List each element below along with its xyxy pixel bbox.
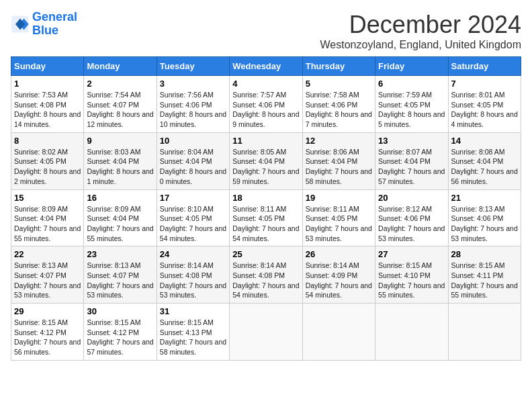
daylight-label: Daylight: 7 hours and 54 minutes. bbox=[232, 281, 299, 300]
day-number: 15 bbox=[14, 193, 81, 203]
logo-text: General Blue bbox=[32, 11, 77, 38]
day-number: 2 bbox=[87, 79, 153, 89]
sunrise-label: Sunrise: 8:15 AM bbox=[87, 318, 140, 326]
calendar-table: Sunday Monday Tuesday Wednesday Thursday… bbox=[11, 56, 521, 361]
day-number: 9 bbox=[87, 136, 153, 146]
day-info: Sunrise: 7:53 AM Sunset: 4:08 PM Dayligh… bbox=[14, 90, 81, 130]
sunrise-label: Sunrise: 8:15 AM bbox=[14, 318, 68, 326]
calendar-cell: 8 Sunrise: 8:02 AM Sunset: 4:05 PM Dayli… bbox=[11, 132, 84, 189]
day-info: Sunrise: 8:02 AM Sunset: 4:05 PM Dayligh… bbox=[14, 147, 81, 187]
daylight-label: Daylight: 7 hours and 57 minutes. bbox=[378, 167, 445, 185]
sunrise-label: Sunrise: 8:13 AM bbox=[451, 205, 505, 213]
day-number: 24 bbox=[160, 249, 226, 259]
day-number: 21 bbox=[451, 193, 518, 203]
daylight-label: Daylight: 7 hours and 55 minutes. bbox=[14, 224, 81, 242]
calendar-cell bbox=[302, 304, 375, 361]
day-info: Sunrise: 8:14 AM Sunset: 4:08 PM Dayligh… bbox=[160, 261, 226, 300]
day-info: Sunrise: 8:08 AM Sunset: 4:04 PM Dayligh… bbox=[451, 147, 518, 187]
daylight-label: Daylight: 8 hours and 7 minutes. bbox=[306, 110, 372, 128]
sunset-label: Sunset: 4:05 PM bbox=[306, 214, 358, 222]
daylight-label: Daylight: 7 hours and 55 minutes. bbox=[87, 224, 153, 242]
sunrise-label: Sunrise: 8:09 AM bbox=[14, 205, 68, 213]
sunset-label: Sunset: 4:11 PM bbox=[451, 271, 504, 279]
calendar-cell: 4 Sunrise: 7:57 AM Sunset: 4:06 PM Dayli… bbox=[230, 76, 302, 133]
calendar-week-row-1: 1 Sunrise: 7:53 AM Sunset: 4:08 PM Dayli… bbox=[11, 76, 521, 133]
day-number: 4 bbox=[232, 79, 299, 89]
sunset-label: Sunset: 4:05 PM bbox=[378, 101, 431, 109]
day-info: Sunrise: 8:15 AM Sunset: 4:10 PM Dayligh… bbox=[378, 261, 445, 300]
calendar-cell: 31 Sunrise: 8:15 AM Sunset: 4:13 PM Dayl… bbox=[157, 304, 229, 361]
day-info: Sunrise: 8:10 AM Sunset: 4:05 PM Dayligh… bbox=[160, 204, 226, 244]
header: General Blue December 2024 Westonzoyland… bbox=[11, 11, 521, 51]
col-sunday: Sunday bbox=[11, 57, 84, 76]
calendar-cell: 5 Sunrise: 7:58 AM Sunset: 4:06 PM Dayli… bbox=[302, 76, 375, 133]
day-number: 30 bbox=[87, 306, 153, 316]
day-number: 23 bbox=[87, 249, 153, 259]
col-monday: Monday bbox=[84, 57, 157, 76]
sunrise-label: Sunrise: 7:58 AM bbox=[306, 91, 359, 99]
sunset-label: Sunset: 4:09 PM bbox=[306, 271, 358, 279]
day-info: Sunrise: 8:13 AM Sunset: 4:07 PM Dayligh… bbox=[87, 261, 153, 300]
sunset-label: Sunset: 4:07 PM bbox=[87, 271, 139, 279]
sunset-label: Sunset: 4:08 PM bbox=[160, 271, 212, 279]
day-info: Sunrise: 8:13 AM Sunset: 4:07 PM Dayligh… bbox=[14, 261, 81, 300]
daylight-label: Daylight: 8 hours and 12 minutes. bbox=[87, 110, 153, 128]
sunrise-label: Sunrise: 8:13 AM bbox=[14, 261, 68, 269]
sunset-label: Sunset: 4:13 PM bbox=[160, 328, 212, 336]
calendar-cell: 23 Sunrise: 8:13 AM Sunset: 4:07 PM Dayl… bbox=[84, 246, 157, 304]
day-number: 6 bbox=[378, 79, 445, 89]
day-info: Sunrise: 8:04 AM Sunset: 4:04 PM Dayligh… bbox=[160, 147, 226, 187]
sunset-label: Sunset: 4:04 PM bbox=[87, 214, 139, 222]
day-number: 10 bbox=[160, 136, 226, 146]
calendar-week-row-2: 8 Sunrise: 8:02 AM Sunset: 4:05 PM Dayli… bbox=[11, 132, 521, 189]
col-tuesday: Tuesday bbox=[157, 57, 229, 76]
daylight-label: Daylight: 7 hours and 59 minutes. bbox=[232, 167, 299, 185]
day-info: Sunrise: 8:15 AM Sunset: 4:13 PM Dayligh… bbox=[160, 318, 226, 357]
subtitle: Westonzoyland, England, United Kingdom bbox=[320, 39, 521, 51]
page-container: General Blue December 2024 Westonzoyland… bbox=[11, 11, 521, 361]
day-info: Sunrise: 8:06 AM Sunset: 4:04 PM Dayligh… bbox=[306, 147, 372, 187]
sunrise-label: Sunrise: 8:12 AM bbox=[378, 205, 432, 213]
calendar-cell: 3 Sunrise: 7:56 AM Sunset: 4:06 PM Dayli… bbox=[157, 76, 229, 133]
day-info: Sunrise: 8:07 AM Sunset: 4:04 PM Dayligh… bbox=[378, 147, 445, 187]
day-info: Sunrise: 8:14 AM Sunset: 4:09 PM Dayligh… bbox=[306, 261, 372, 300]
sunset-label: Sunset: 4:04 PM bbox=[232, 157, 285, 165]
daylight-label: Daylight: 8 hours and 9 minutes. bbox=[232, 110, 299, 128]
sunset-label: Sunset: 4:08 PM bbox=[232, 271, 285, 279]
sunset-label: Sunset: 4:05 PM bbox=[160, 214, 212, 222]
sunrise-label: Sunrise: 7:54 AM bbox=[87, 91, 140, 99]
sunset-label: Sunset: 4:05 PM bbox=[232, 214, 285, 222]
sunrise-label: Sunrise: 7:59 AM bbox=[378, 91, 432, 99]
calendar-cell: 26 Sunrise: 8:14 AM Sunset: 4:09 PM Dayl… bbox=[302, 246, 375, 304]
sunrise-label: Sunrise: 8:02 AM bbox=[14, 148, 68, 156]
title-area: December 2024 Westonzoyland, England, Un… bbox=[320, 11, 521, 51]
calendar-cell: 6 Sunrise: 7:59 AM Sunset: 4:05 PM Dayli… bbox=[375, 76, 448, 133]
sunset-label: Sunset: 4:04 PM bbox=[306, 157, 358, 165]
day-number: 16 bbox=[87, 193, 153, 203]
calendar-cell: 22 Sunrise: 8:13 AM Sunset: 4:07 PM Dayl… bbox=[11, 246, 84, 304]
sunset-label: Sunset: 4:06 PM bbox=[378, 214, 431, 222]
day-number: 11 bbox=[232, 136, 299, 146]
day-number: 27 bbox=[378, 249, 445, 259]
day-number: 14 bbox=[451, 136, 518, 146]
sunrise-label: Sunrise: 8:15 AM bbox=[451, 261, 505, 269]
day-info: Sunrise: 8:15 AM Sunset: 4:11 PM Dayligh… bbox=[451, 261, 518, 300]
calendar-cell: 10 Sunrise: 8:04 AM Sunset: 4:04 PM Dayl… bbox=[157, 132, 229, 189]
daylight-label: Daylight: 8 hours and 14 minutes. bbox=[14, 110, 81, 128]
sunset-label: Sunset: 4:06 PM bbox=[306, 101, 358, 109]
calendar-cell: 20 Sunrise: 8:12 AM Sunset: 4:06 PM Dayl… bbox=[375, 189, 448, 246]
calendar-cell: 29 Sunrise: 8:15 AM Sunset: 4:12 PM Dayl… bbox=[11, 304, 84, 361]
calendar-cell: 7 Sunrise: 8:01 AM Sunset: 4:05 PM Dayli… bbox=[448, 76, 521, 133]
calendar-cell: 24 Sunrise: 8:14 AM Sunset: 4:08 PM Dayl… bbox=[157, 246, 229, 304]
calendar-cell: 17 Sunrise: 8:10 AM Sunset: 4:05 PM Dayl… bbox=[157, 189, 229, 246]
day-number: 20 bbox=[378, 193, 445, 203]
daylight-label: Daylight: 8 hours and 2 minutes. bbox=[14, 167, 81, 185]
logo-line1: General bbox=[32, 10, 77, 24]
sunrise-label: Sunrise: 8:04 AM bbox=[160, 148, 214, 156]
sunrise-label: Sunrise: 8:14 AM bbox=[232, 261, 286, 269]
day-number: 7 bbox=[451, 79, 518, 89]
calendar-week-row-4: 22 Sunrise: 8:13 AM Sunset: 4:07 PM Dayl… bbox=[11, 246, 521, 304]
sunset-label: Sunset: 4:04 PM bbox=[14, 214, 66, 222]
calendar-cell: 25 Sunrise: 8:14 AM Sunset: 4:08 PM Dayl… bbox=[230, 246, 302, 304]
sunrise-label: Sunrise: 8:11 AM bbox=[232, 205, 286, 213]
